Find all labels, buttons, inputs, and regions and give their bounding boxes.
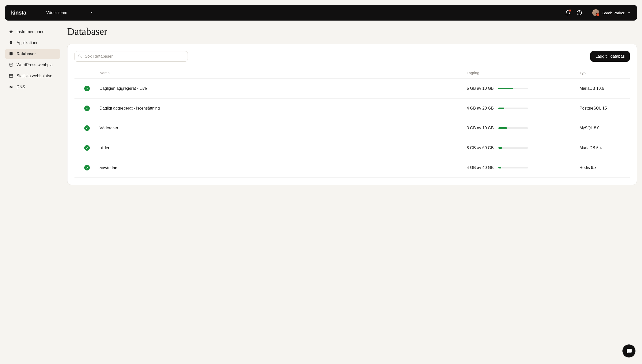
sidebar: Instrumentpanel Applikationer Databaser … — [5, 26, 60, 185]
layers-icon — [9, 40, 14, 45]
avatar — [592, 9, 599, 16]
table-row[interactable]: Dagligen aggregerat - Live 5 GB av 10 GB… — [74, 79, 630, 99]
db-type: PostgreSQL 15 — [580, 106, 630, 111]
storage-text: 5 GB av 10 GB — [467, 86, 495, 91]
sidebar-item-static-sites[interactable]: Statiska webbplatse — [5, 71, 60, 81]
svg-rect-4 — [9, 74, 13, 77]
wordpress-icon — [9, 62, 14, 67]
col-type: Typ — [580, 71, 630, 75]
storage-progress — [498, 88, 528, 89]
col-storage: Lagring — [467, 71, 580, 75]
db-type: MySQL 8.0 — [580, 126, 630, 130]
status-ok-icon — [84, 125, 90, 131]
status-ok-icon — [84, 106, 90, 111]
home-icon — [9, 29, 14, 34]
col-name: Namn — [100, 71, 467, 75]
sidebar-item-dns[interactable]: DNS — [5, 82, 60, 92]
search-icon — [78, 54, 82, 59]
sidebar-item-label: DNS — [17, 85, 25, 89]
db-type: MariaDB 10.6 — [580, 86, 630, 91]
storage-progress — [498, 147, 528, 149]
sidebar-item-applications[interactable]: Applikationer — [5, 38, 60, 48]
browser-icon — [9, 73, 14, 78]
table-row[interactable]: användare 4 GB av 40 GB Redis 6.x — [74, 158, 630, 178]
databases-card: Lägg till databas Namn Lagring Typ Dagli… — [67, 44, 637, 185]
db-name: användare — [100, 165, 467, 170]
db-name: Dagligt aggregerat - Iscensättning — [100, 106, 467, 111]
sidebar-item-dashboard[interactable]: Instrumentpanel — [5, 27, 60, 37]
storage-text: 8 GB av 60 GB — [467, 146, 495, 150]
db-type: MariaDB 5.4 — [580, 146, 630, 150]
main-content: Databaser Lägg till databas Namn Lagring… — [67, 26, 637, 185]
notifications-button[interactable] — [565, 10, 571, 16]
brand-logo: kinsta — [11, 10, 26, 16]
storage-progress — [498, 167, 528, 168]
db-name: Dagligen aggregerat - Live — [100, 86, 467, 91]
user-name: Sarah Parker — [602, 11, 624, 15]
storage-progress — [498, 108, 528, 109]
sidebar-item-label: WordPress-webbpla — [17, 63, 53, 67]
database-icon — [9, 51, 14, 56]
help-button[interactable] — [576, 10, 582, 16]
databases-table: Namn Lagring Typ Dagligen aggregerat - L… — [74, 67, 630, 178]
sidebar-item-label: Databaser — [17, 52, 36, 56]
user-menu[interactable]: Sarah Parker — [592, 9, 631, 16]
db-name: Väderdata — [100, 126, 467, 130]
chevron-down-icon — [90, 11, 93, 15]
sidebar-item-databases[interactable]: Databaser — [5, 49, 60, 59]
sidebar-item-label: Applikationer — [17, 41, 40, 45]
notification-dot-icon — [569, 10, 571, 12]
team-selector[interactable]: Väder-team — [46, 11, 94, 15]
db-type: Redis 6.x — [580, 165, 630, 170]
team-name: Väder-team — [46, 11, 67, 15]
storage-progress — [498, 127, 528, 129]
chevron-down-icon — [627, 11, 631, 15]
page-title: Databaser — [67, 26, 637, 37]
status-ok-icon — [84, 165, 90, 170]
svg-line-11 — [81, 57, 82, 58]
sidebar-item-wordpress[interactable]: WordPress-webbpla — [5, 60, 60, 70]
search-input[interactable] — [74, 51, 188, 62]
storage-text: 4 GB av 20 GB — [467, 106, 495, 111]
db-name: bilder — [100, 146, 467, 150]
sidebar-item-label: Statiska webbplatse — [17, 74, 52, 78]
svg-point-8 — [10, 86, 11, 87]
svg-point-9 — [11, 87, 12, 88]
table-row[interactable]: bilder 8 GB av 60 GB MariaDB 5.4 — [74, 138, 630, 158]
top-bar: kinsta Väder-team Sarah Parker — [5, 5, 637, 21]
table-row[interactable]: Dagligt aggregerat - Iscensättning 4 GB … — [74, 99, 630, 118]
svg-point-10 — [79, 55, 81, 57]
storage-text: 4 GB av 40 GB — [467, 165, 495, 170]
sliders-icon — [9, 84, 14, 89]
status-ok-icon — [84, 86, 90, 91]
table-row[interactable]: Väderdata 3 GB av 10 GB MySQL 8.0 — [74, 118, 630, 138]
sidebar-item-label: Instrumentpanel — [17, 30, 45, 34]
status-ok-icon — [84, 145, 90, 151]
table-header: Namn Lagring Typ — [74, 67, 630, 79]
storage-text: 3 GB av 10 GB — [467, 126, 495, 130]
add-database-button[interactable]: Lägg till databas — [590, 51, 630, 62]
